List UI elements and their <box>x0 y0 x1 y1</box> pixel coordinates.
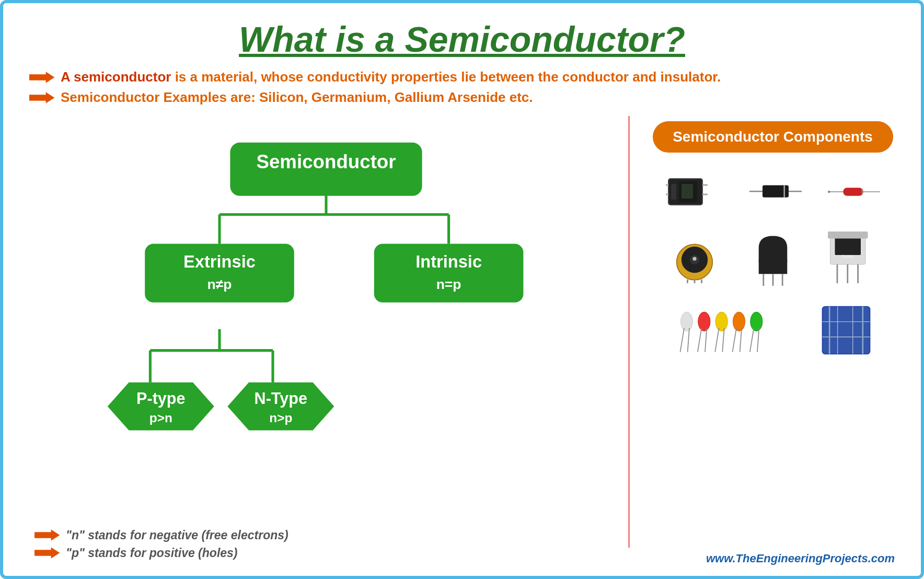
svg-rect-39 <box>843 188 863 195</box>
mosfet-icon: TL431 <box>828 231 875 288</box>
bullet-text-2: Semiconductor Examples are: Silicon, Ger… <box>61 89 533 106</box>
note-arrow-1 <box>34 528 61 542</box>
svg-point-50 <box>692 257 696 261</box>
svg-rect-56 <box>835 236 861 255</box>
svg-text:TL431: TL431 <box>841 254 853 259</box>
laser-diode-icon <box>671 236 718 283</box>
svg-point-65 <box>698 312 710 331</box>
note-row-1: "n" stands for negative (free electrons) <box>34 528 288 542</box>
components-row-3 <box>653 304 893 356</box>
bullet-text-1: A semiconductor is a material, whose con… <box>61 69 721 85</box>
svg-text:Extrinsic: Extrinsic <box>183 252 256 271</box>
components-row-2: TL431 <box>653 231 893 288</box>
svg-text:N-Type: N-Type <box>255 389 307 408</box>
svg-line-67 <box>705 328 707 352</box>
note-text-2: "p" stands for positive (holes) <box>66 546 238 560</box>
components-row-1 <box>653 168 893 215</box>
svg-line-73 <box>740 328 741 352</box>
svg-marker-1 <box>29 92 54 103</box>
leaded-diode-icon <box>828 179 880 205</box>
components-badge: Semiconductor Components <box>653 121 893 153</box>
notes-section: "n" stands for negative (free electrons)… <box>24 528 288 563</box>
main-container: What is a Semiconductor? A semiconductor… <box>0 0 924 579</box>
arrow-icon-2 <box>29 90 55 106</box>
main-title: What is a Semiconductor? <box>24 19 900 60</box>
svg-point-43 <box>828 191 830 193</box>
components-badge-text: Semiconductor Components <box>673 129 873 145</box>
bullets-section: A semiconductor is a material, whose con… <box>24 69 900 106</box>
diode-small-icon <box>749 179 802 205</box>
solar-cell-icon <box>820 304 872 356</box>
svg-text:Intrinsic: Intrinsic <box>415 252 482 271</box>
svg-line-66 <box>697 328 701 352</box>
svg-marker-25 <box>34 547 60 559</box>
svg-point-74 <box>750 312 762 331</box>
right-panel: Semiconductor Components <box>628 116 900 548</box>
svg-text:Semiconductor: Semiconductor <box>256 151 396 172</box>
svg-point-68 <box>715 312 727 331</box>
svg-text:n>p: n>p <box>269 411 292 425</box>
bjt-transistor-icon <box>755 234 791 286</box>
svg-text:n≠p: n≠p <box>207 276 232 292</box>
svg-rect-51 <box>758 260 787 274</box>
svg-line-72 <box>732 328 736 352</box>
semiconductor-tree: Semiconductor Extrinsic n≠p Intrinsic n=… <box>24 121 628 484</box>
note-text-1: "n" stands for negative (free electrons) <box>66 528 288 542</box>
title-section: What is a Semiconductor? <box>24 19 900 60</box>
optocoupler-icon <box>666 168 723 215</box>
svg-text:p>n: p>n <box>149 411 172 425</box>
diagram-section: Semiconductor Extrinsic n≠p Intrinsic n=… <box>24 116 628 548</box>
svg-line-64 <box>687 328 689 352</box>
svg-rect-27 <box>671 184 676 200</box>
svg-line-63 <box>680 328 684 352</box>
note-arrow-2 <box>34 546 61 560</box>
svg-text:n=p: n=p <box>436 276 461 292</box>
svg-point-71 <box>733 312 745 331</box>
website-text: www.TheEngineeringProjects.com <box>706 552 895 565</box>
svg-rect-57 <box>828 231 868 239</box>
svg-line-75 <box>749 328 754 352</box>
leds-icon <box>674 304 778 356</box>
svg-line-70 <box>722 328 724 352</box>
bullet-row-1: A semiconductor is a material, whose con… <box>29 69 900 85</box>
svg-line-69 <box>715 328 719 352</box>
content-area: Semiconductor Extrinsic n≠p Intrinsic n=… <box>24 116 900 548</box>
bullet-row-2: Semiconductor Examples are: Silicon, Ger… <box>29 89 900 106</box>
svg-text:P-type: P-type <box>136 389 185 408</box>
arrow-icon-1 <box>29 70 55 85</box>
components-area: TL431 <box>653 168 893 356</box>
svg-marker-0 <box>29 72 54 83</box>
svg-marker-24 <box>34 529 60 541</box>
note-row-2: "p" stands for positive (holes) <box>34 546 288 560</box>
svg-rect-33 <box>682 184 693 199</box>
svg-point-62 <box>680 312 692 331</box>
svg-line-76 <box>757 328 759 352</box>
